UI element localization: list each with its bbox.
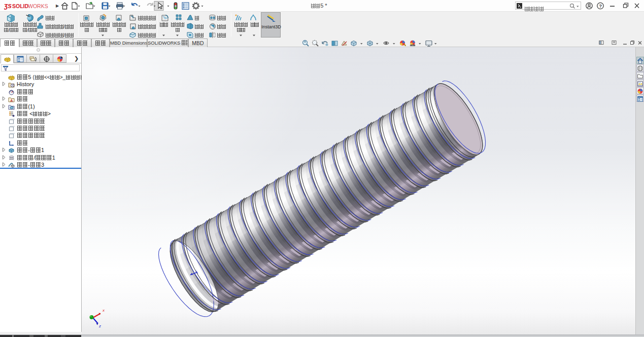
- svg-text:x: x: [102, 308, 105, 313]
- svg-text:A: A: [10, 98, 13, 103]
- svg-text:z: z: [98, 324, 101, 328]
- svg-text:SOLID: SOLID: [12, 3, 29, 9]
- svg-text:WORKS: WORKS: [28, 3, 48, 9]
- svg-text:ʒs: ʒs: [4, 2, 12, 10]
- svg-text:?: ?: [599, 3, 602, 9]
